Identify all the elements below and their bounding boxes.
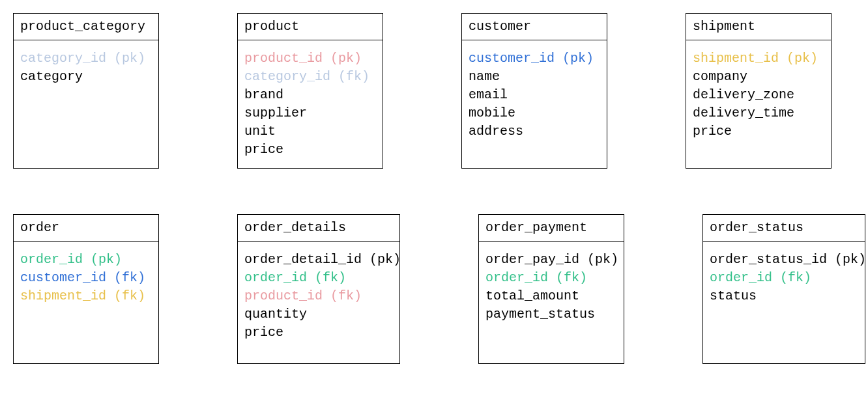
field: order_detail_id (pk) bbox=[244, 251, 393, 269]
field: mobile bbox=[469, 104, 600, 122]
table-order-status: order_status order_status_id (pk) order_… bbox=[702, 214, 865, 364]
table-order: order order_id (pk) customer_id (fk) shi… bbox=[13, 214, 159, 364]
table-header: product_category bbox=[14, 14, 158, 40]
field: brand bbox=[244, 86, 376, 104]
field: quantity bbox=[244, 305, 393, 324]
field: order_status_id (pk) bbox=[710, 251, 858, 269]
table-header: order_status bbox=[703, 215, 865, 242]
field: payment_status bbox=[485, 305, 617, 324]
table-header: order_details bbox=[238, 215, 399, 242]
field: order_id (fk) bbox=[244, 269, 393, 287]
table-body: order_detail_id (pk) order_id (fk) produ… bbox=[238, 242, 399, 363]
table-body: order_id (pk) customer_id (fk) shipment_… bbox=[14, 242, 158, 363]
field: unit bbox=[244, 122, 376, 141]
field: delivery_time bbox=[693, 104, 824, 122]
field: category bbox=[20, 68, 152, 86]
field: order_id (fk) bbox=[485, 269, 617, 287]
field: price bbox=[244, 324, 393, 342]
table-body: shipment_id (pk) company delivery_zone d… bbox=[686, 40, 831, 168]
field: status bbox=[710, 287, 858, 305]
row-2: order order_id (pk) customer_id (fk) shi… bbox=[13, 214, 868, 364]
field: customer_id (fk) bbox=[20, 269, 152, 287]
table-body: customer_id (pk) name email mobile addre… bbox=[462, 40, 607, 168]
field: product_id (fk) bbox=[244, 287, 393, 305]
field: order_id (pk) bbox=[20, 251, 152, 269]
table-header: order bbox=[14, 215, 158, 242]
row-1: product_category category_id (pk) catego… bbox=[13, 13, 868, 169]
field: supplier bbox=[244, 104, 376, 122]
field: company bbox=[693, 68, 824, 86]
table-order-details: order_details order_detail_id (pk) order… bbox=[237, 214, 400, 364]
table-body: order_status_id (pk) order_id (fk) statu… bbox=[703, 242, 865, 363]
field: shipment_id (pk) bbox=[693, 49, 824, 68]
field: delivery_zone bbox=[693, 86, 824, 104]
table-body: order_pay_id (pk) order_id (fk) total_am… bbox=[479, 242, 624, 363]
table-product: product product_id (pk) category_id (fk)… bbox=[237, 13, 383, 169]
field: category_id (fk) bbox=[244, 68, 376, 86]
field: order_pay_id (pk) bbox=[485, 251, 617, 269]
table-shipment: shipment shipment_id (pk) company delive… bbox=[686, 13, 832, 169]
field: order_id (fk) bbox=[710, 269, 858, 287]
field: total_amount bbox=[485, 287, 617, 305]
table-body: category_id (pk) category bbox=[14, 40, 158, 168]
field: shipment_id (fk) bbox=[20, 287, 152, 305]
field: category_id (pk) bbox=[20, 49, 152, 68]
table-header: shipment bbox=[686, 14, 831, 40]
field: address bbox=[469, 122, 600, 141]
table-customer: customer customer_id (pk) name email mob… bbox=[461, 13, 607, 169]
field: name bbox=[469, 68, 600, 86]
er-diagram-canvas: product_category category_id (pk) catego… bbox=[13, 13, 868, 416]
field: customer_id (pk) bbox=[469, 49, 600, 68]
field: email bbox=[469, 86, 600, 104]
field: price bbox=[693, 122, 824, 141]
table-header: order_payment bbox=[479, 215, 624, 242]
table-body: product_id (pk) category_id (fk) brand s… bbox=[238, 40, 383, 168]
table-order-payment: order_payment order_pay_id (pk) order_id… bbox=[478, 214, 624, 364]
field: product_id (pk) bbox=[244, 49, 376, 68]
table-header: product bbox=[238, 14, 383, 40]
table-header: customer bbox=[462, 14, 607, 40]
field: price bbox=[244, 141, 376, 159]
table-product-category: product_category category_id (pk) catego… bbox=[13, 13, 159, 169]
